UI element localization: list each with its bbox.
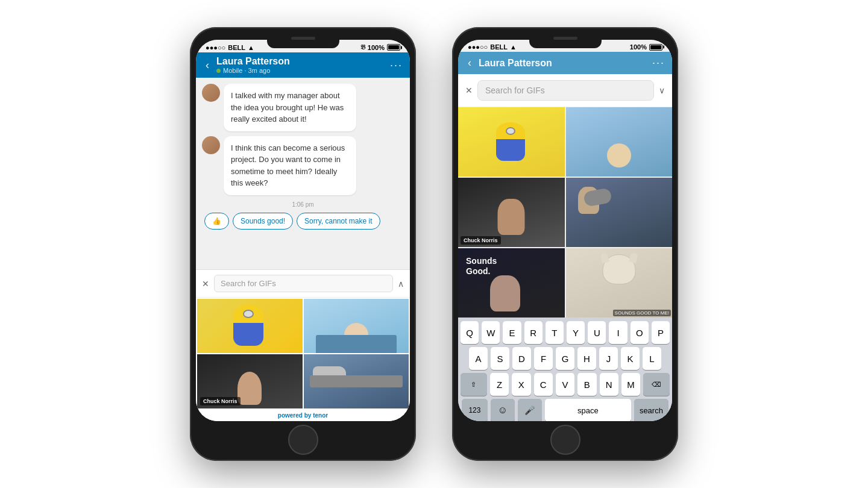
key-v[interactable]: V — [556, 373, 574, 396]
p2-gif-zach[interactable] — [566, 178, 673, 247]
gif-collapse-button[interactable]: ∧ — [398, 279, 404, 289]
key-123[interactable]: 123 — [462, 399, 488, 421]
p2-gif-search-input[interactable]: Search for GIFs — [477, 80, 654, 101]
p2-signal: ●●●○○ — [468, 43, 488, 51]
key-space[interactable]: space — [545, 399, 631, 421]
phone1-home-button[interactable] — [288, 425, 318, 455]
phone-1: ●●●○○ BELL ▲ 𝔅 100% ‹ Laura Patterson Mo… — [190, 27, 416, 461]
key-q[interactable]: Q — [461, 321, 479, 344]
p2-gif-chuck[interactable]: Chuck Norris — [458, 178, 565, 247]
cat-label: SOUNDS GOOD TO ME! — [613, 310, 671, 316]
phone2-notch — [529, 40, 602, 48]
message-text-1: I talked with my manager about the idea … — [231, 91, 344, 124]
p2-more-button[interactable]: ··· — [652, 57, 665, 69]
p2-status-left: ●●●○○ BELL ▲ — [468, 43, 517, 51]
message-row-1: I talked with my manager about the idea … — [202, 84, 404, 131]
carrier-label: BELL — [228, 44, 245, 51]
p2-gif-collapse[interactable]: ∨ — [659, 86, 665, 95]
gif-item-minion[interactable] — [197, 299, 303, 353]
gif-close-button[interactable]: ✕ — [202, 279, 209, 289]
key-f[interactable]: F — [534, 347, 553, 370]
key-x[interactable]: X — [512, 373, 530, 396]
p2-gif-sounds-good[interactable]: SoundsGood. — [458, 248, 565, 318]
quick-reply-sorry[interactable]: Sorry, cannot make it — [297, 213, 380, 230]
key-s[interactable]: S — [491, 347, 509, 370]
avatar-img-1 — [202, 84, 220, 102]
gif-search-input[interactable]: Search for GIFs — [214, 275, 393, 292]
minion-goggle — [243, 310, 254, 318]
p2-gif-minion[interactable] — [458, 107, 565, 177]
message-row-2: I think this can become a serious projec… — [202, 136, 404, 195]
key-delete[interactable]: ⌫ — [643, 373, 670, 396]
battery-fill — [388, 45, 399, 49]
p2-battery — [649, 44, 662, 51]
gif-item-chuck[interactable]: Chuck Norris — [197, 354, 303, 408]
p2-battery-pct: 100% — [630, 43, 647, 51]
key-mic[interactable]: 🎤 — [518, 399, 542, 421]
key-l[interactable]: L — [643, 347, 661, 370]
key-u[interactable]: U — [588, 321, 606, 344]
key-g[interactable]: G — [556, 347, 574, 370]
key-e[interactable]: E — [503, 321, 521, 344]
key-y[interactable]: Y — [567, 321, 585, 344]
key-p[interactable]: P — [652, 321, 670, 344]
key-m[interactable]: M — [621, 373, 640, 396]
key-search[interactable]: search — [634, 399, 668, 421]
quick-reply-thumbsup[interactable]: 👍 — [204, 213, 229, 230]
phone1-notch — [267, 40, 339, 48]
phone2-home-button[interactable] — [550, 425, 580, 455]
p2-cat-bg: SOUNDS GOOD TO ME! — [566, 248, 673, 318]
key-k[interactable]: K — [621, 347, 640, 370]
phone2-navbar: ‹ Laura Patterson ··· — [458, 52, 672, 74]
key-j[interactable]: J — [599, 347, 618, 370]
p2-gif-cat[interactable]: SOUNDS GOOD TO ME! — [566, 248, 673, 318]
key-w[interactable]: W — [482, 321, 500, 344]
bluetooth-icon: 𝔅 — [360, 43, 365, 51]
kb-row-1: Q W E R T Y U I O P — [461, 321, 670, 344]
key-z[interactable]: Z — [490, 373, 509, 396]
online-indicator — [216, 69, 221, 73]
tenor-credit: powered by tenor — [196, 410, 410, 421]
minion-graphic — [233, 305, 266, 347]
p2-gif-kid[interactable] — [566, 107, 673, 177]
quick-reply-sounds-good[interactable]: Sounds good! — [233, 213, 293, 230]
p2-contact-name[interactable]: Laura Patterson — [479, 58, 647, 69]
key-h[interactable]: H — [577, 347, 596, 370]
avatar-2 — [202, 136, 220, 154]
key-shift[interactable]: ⇧ — [461, 373, 487, 396]
more-button[interactable]: ··· — [390, 59, 403, 72]
key-d[interactable]: D — [512, 347, 531, 370]
kb-row-4: 123 ☺ 🎤 space search — [461, 399, 670, 421]
key-t[interactable]: T — [546, 321, 564, 344]
key-a[interactable]: A — [469, 347, 488, 370]
key-emoji[interactable]: ☺ — [491, 399, 515, 421]
key-n[interactable]: N — [600, 373, 618, 396]
key-c[interactable]: C — [534, 373, 553, 396]
gif-search-bar: ✕ Search for GIFs ∧ — [196, 270, 410, 298]
key-b[interactable]: B — [577, 373, 596, 396]
battery-icon — [387, 44, 400, 51]
gif-item-car[interactable] — [304, 354, 409, 408]
gif-item-kid[interactable] — [304, 299, 409, 353]
avatar-img-2 — [202, 136, 220, 154]
p2-gif-grid: Chuck Norris SoundsGood. — [458, 107, 672, 318]
p2-wifi-icon: ▲ — [510, 43, 517, 51]
p2-gif-close[interactable]: ✕ — [465, 86, 473, 95]
p2-kid-bg — [566, 107, 673, 177]
p2-sounds-bg: SoundsGood. — [458, 248, 565, 318]
kb-row-2: A S D F G H J K L — [461, 347, 670, 370]
p2-back-button[interactable]: ‹ — [465, 55, 474, 70]
back-button[interactable]: ‹ — [203, 58, 212, 73]
avatar-1 — [202, 84, 220, 102]
message-bubble-2: I think this can become a serious projec… — [224, 136, 356, 195]
key-i[interactable]: I — [609, 321, 627, 344]
key-o[interactable]: O — [631, 321, 649, 344]
status-right: 𝔅 100% — [360, 43, 400, 51]
minion-overalls — [233, 323, 263, 346]
chuck-norris-label: Chuck Norris — [200, 397, 241, 405]
key-r[interactable]: R — [524, 321, 542, 344]
contact-name[interactable]: Laura Patterson — [216, 56, 385, 67]
keyboard[interactable]: Q W E R T Y U I O P A S D F G H J K — [458, 318, 672, 421]
p2-chuck-label: Chuck Norris — [461, 236, 501, 245]
phone2-screen: ●●●○○ BELL ▲ 100% ‹ Laura Patterson ··· … — [458, 40, 672, 421]
